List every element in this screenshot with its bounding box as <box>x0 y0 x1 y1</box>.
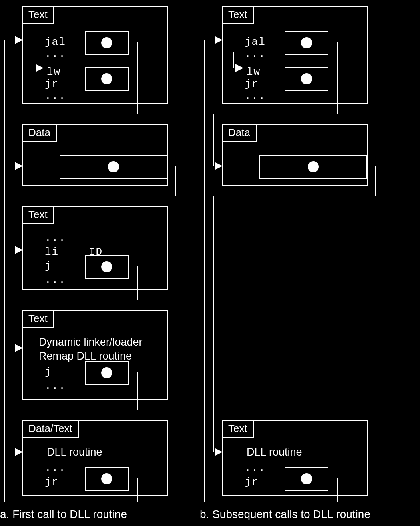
left-box-3-tab: Text <box>22 206 54 224</box>
left-box-4: Text Dynamic linker/loader Remap DLL rou… <box>22 310 168 400</box>
ptr-box-5 <box>85 467 129 491</box>
instr-j2: j <box>45 365 52 379</box>
right-caption: b. Subsequent calls to DLL routine <box>200 508 370 521</box>
instr-dots-4: ... <box>45 273 66 287</box>
r-ptr-box-2 <box>259 155 367 179</box>
ptr-box-3 <box>85 255 129 279</box>
right-box-1: Text jal ... lw jr ... <box>222 6 368 104</box>
instr-dots-6: ... <box>45 461 66 475</box>
instr-dots-2: ... <box>45 89 66 103</box>
dll-routine-label: DLL routine <box>47 445 102 460</box>
r-ptr-box-1b <box>285 67 328 91</box>
r-instr-dots-2: ... <box>245 89 266 103</box>
left-box-5-tab: Data/Text <box>22 420 79 438</box>
r-ptr-box-1a <box>285 31 328 55</box>
ptr-box-1b <box>85 67 129 91</box>
left-box-4-tab: Text <box>22 310 54 328</box>
linker-line-1: Dynamic linker/loader <box>39 335 143 350</box>
instr-j: j <box>45 259 52 273</box>
right-box-1-tab: Text <box>222 6 254 24</box>
left-box-5: Data/Text DLL routine ... jr <box>22 420 168 496</box>
right-box-3-tab: Text <box>222 420 254 438</box>
instr-li: li <box>45 245 59 259</box>
left-box-3: Text ... li ID j ... <box>22 206 168 290</box>
instr-dots-5: ... <box>45 379 66 393</box>
r-instr-dots-1: ... <box>245 47 266 61</box>
left-caption: a. First call to DLL routine <box>0 508 127 521</box>
r-dll-routine-label: DLL routine <box>247 445 302 460</box>
right-box-3: Text DLL routine ... jr <box>222 420 368 496</box>
ptr-box-1a <box>85 31 129 55</box>
ptr-box-4 <box>85 361 129 385</box>
left-box-1: Text jal ... lw jr ... <box>22 6 168 104</box>
right-box-2-tab: Data <box>222 124 257 142</box>
instr-dots-3: ... <box>45 231 66 245</box>
r-ptr-box-3 <box>285 467 328 491</box>
r-instr-jr2: jr <box>245 475 259 489</box>
instr-dots-1: ... <box>45 47 66 61</box>
r-instr-dots-3: ... <box>245 461 266 475</box>
left-box-1-tab: Text <box>22 6 54 24</box>
left-box-2-tab: Data <box>22 124 57 142</box>
left-box-2: Data <box>22 124 168 186</box>
ptr-box-2 <box>60 155 167 179</box>
instr-jr2: jr <box>45 475 59 489</box>
right-box-2: Data <box>222 124 368 186</box>
